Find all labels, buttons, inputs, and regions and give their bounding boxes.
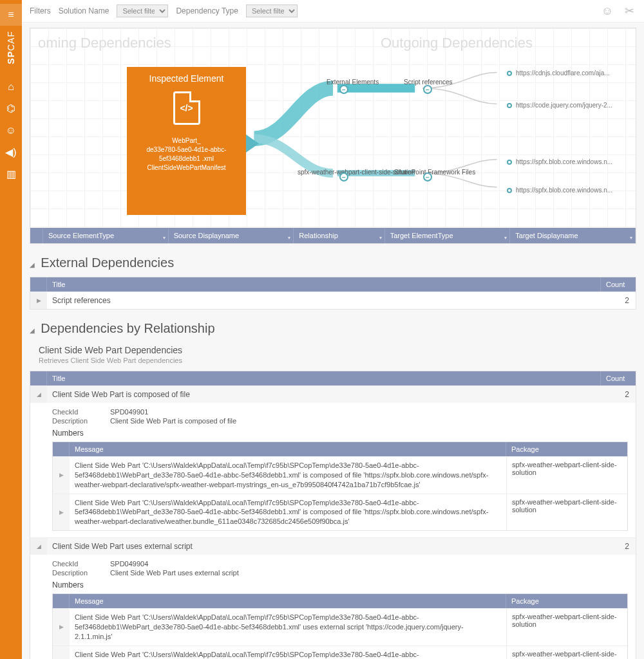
- leaf-dot[interactable]: [507, 103, 512, 108]
- col-target-display[interactable]: Target Displayname▾: [510, 228, 636, 243]
- flow-arrow-icon: [246, 135, 259, 153]
- group-title: Client Side Web Part uses external scrip…: [47, 538, 601, 555]
- leaf-dot[interactable]: [507, 160, 512, 165]
- subsection-title: Client Side Web Part Dependencies: [39, 345, 636, 355]
- inner-table-header: Message Package: [53, 442, 627, 456]
- nav-home-icon[interactable]: ⌂: [0, 76, 22, 98]
- nav-hierarchy-icon[interactable]: ⌬: [0, 98, 22, 120]
- table-row[interactable]: ▶ Script references 2: [30, 292, 636, 309]
- feedback-smile-icon[interactable]: ☺: [600, 4, 614, 18]
- row-package: spfx-weather-webpart-client-side-solutio…: [506, 646, 627, 659]
- settings-tools-icon[interactable]: ✂: [622, 4, 636, 18]
- dependency-type-select[interactable]: Select filter...: [246, 5, 298, 17]
- nav-announce-icon[interactable]: ◀): [0, 142, 22, 163]
- col-relationship[interactable]: Relationship▾: [294, 228, 384, 243]
- row-package: spfx-weather-webpart-client-side-solutio…: [506, 457, 627, 494]
- leaf-dot[interactable]: [507, 188, 512, 193]
- section-toggle[interactable]: ◢: [30, 327, 35, 334]
- col-spacer: [30, 228, 43, 243]
- group-detail: CheckIdSPD049904 DescriptionClient Side …: [30, 555, 636, 659]
- diagram-column-headers: Source ElementType▾ Source Displayname▾ …: [30, 228, 636, 243]
- label-checkid: CheckId: [52, 560, 110, 568]
- row-package: spfx-weather-webpart-client-side-solutio…: [506, 494, 627, 531]
- collapse-icon[interactable]: ◢: [30, 538, 47, 555]
- label-description: Description: [52, 417, 110, 425]
- collapse-icon[interactable]: ◢: [30, 386, 47, 403]
- product-logo: SPCAF: [6, 31, 16, 64]
- inspected-element-card[interactable]: Inspected Element WebPart_ de33e780-5ae0…: [127, 67, 246, 215]
- expand-icon[interactable]: ▶: [53, 609, 70, 645]
- inner-row[interactable]: ▶ Client Side Web Part 'C:\Users\Waldek\…: [53, 494, 627, 531]
- row-package: spfx-weather-webpart-client-side-solutio…: [506, 609, 627, 645]
- inner-row[interactable]: ▶ Client Side Web Part 'C:\Users\Waldek\…: [53, 608, 627, 645]
- numbers-heading: Numbers: [52, 429, 628, 438]
- value-checkid: SPD049901: [110, 408, 148, 416]
- leaf-blob2[interactable]: https://spfx.blob.core.windows.n...: [516, 187, 612, 194]
- leaf-jquery[interactable]: https://code.jquery.com/jquery-2...: [516, 102, 612, 109]
- node-sp-framework: SharePoint Framework Files: [394, 169, 475, 176]
- row-count: 2: [601, 292, 636, 309]
- expand-icon[interactable]: ▶: [53, 494, 70, 531]
- inspected-line3: ClientSideWebPartManifest: [132, 163, 241, 172]
- label-description: Description: [52, 569, 110, 577]
- code-file-icon: [173, 91, 200, 125]
- row-message: Client Side Web Part 'C:\Users\Waldek\Ap…: [70, 609, 506, 645]
- leaf-blob1[interactable]: https://spfx.blob.core.windows.n...: [516, 158, 612, 165]
- col-title[interactable]: Title: [47, 277, 601, 292]
- row-message: Client Side Web Part 'C:\Users\Waldek\Ap…: [70, 494, 506, 531]
- leaf-cdnjs[interactable]: https://cdnjs.cloudflare.com/aja...: [516, 70, 610, 77]
- section-toggle[interactable]: ◢: [30, 261, 35, 268]
- inner-row[interactable]: ▶ Client Side Web Part 'C:\Users\Waldek\…: [53, 645, 627, 659]
- nav-menu-icon[interactable]: ≡: [0, 4, 22, 26]
- table-header: Title Count: [30, 277, 636, 292]
- leaf-dot[interactable]: [507, 71, 512, 76]
- dependency-diagram: oming Dependencies Outgoing Dependencies…: [30, 28, 636, 244]
- section-title: External Dependencies: [41, 255, 174, 270]
- filters-label: Filters: [30, 6, 51, 15]
- col-source-display[interactable]: Source Displayname▾: [169, 228, 294, 243]
- dependencies-by-relationship-section: ◢ Dependencies by Relationship Client Si…: [30, 321, 636, 659]
- expand-icon[interactable]: ▶: [53, 646, 70, 659]
- node-script-references-toggle[interactable]: −: [423, 85, 432, 94]
- node-spfx-solution-toggle[interactable]: −: [339, 172, 348, 181]
- col-message[interactable]: Message: [70, 594, 506, 608]
- table-header: Title Count: [30, 371, 636, 385]
- group-count: 2: [601, 538, 636, 555]
- group-row[interactable]: ◢ Client Side Web Part is composed of fi…: [30, 385, 636, 403]
- col-count[interactable]: Count: [601, 371, 636, 385]
- node-external-elements: External Elements: [327, 79, 379, 86]
- group-detail: CheckIdSPD049901 DescriptionClient Side …: [30, 403, 636, 537]
- nav-grid-icon[interactable]: ▥: [0, 163, 22, 185]
- dependency-type-label: Dependency Type: [176, 6, 238, 15]
- nav-user-icon[interactable]: ☺: [0, 120, 22, 142]
- incoming-title: oming Dependencies: [38, 35, 171, 51]
- row-title: Script references: [47, 292, 601, 309]
- node-sp-framework-toggle[interactable]: −: [423, 172, 432, 181]
- inner-row[interactable]: ▶ Client Side Web Part 'C:\Users\Waldek\…: [53, 456, 627, 494]
- col-source-type[interactable]: Source ElementType▾: [43, 228, 169, 243]
- subsection-desc: Retrieves Client Side Web Part dependenc…: [39, 357, 636, 364]
- col-package[interactable]: Package: [506, 594, 627, 608]
- col-message[interactable]: Message: [70, 442, 506, 456]
- external-dependencies-section: ◢ External Dependencies Title Count ▶ Sc…: [30, 255, 636, 310]
- row-message: Client Side Web Part 'C:\Users\Waldek\Ap…: [70, 646, 506, 659]
- node-external-elements-toggle[interactable]: −: [339, 85, 348, 94]
- solution-name-select[interactable]: Select filter...: [117, 5, 168, 17]
- outgoing-title: Outgoing Dependencies: [381, 35, 533, 51]
- row-message: Client Side Web Part 'C:\Users\Waldek\Ap…: [70, 457, 506, 494]
- inspected-line1: WebPart_: [132, 136, 241, 145]
- col-package[interactable]: Package: [506, 442, 627, 456]
- col-count[interactable]: Count: [601, 277, 636, 292]
- expand-icon[interactable]: ▶: [53, 457, 70, 494]
- col-title[interactable]: Title: [47, 371, 601, 385]
- group-count: 2: [601, 386, 636, 403]
- inspected-line2: de33e780-5ae0-4d1e-abbc-5ef3468debb1 .xm…: [132, 145, 241, 163]
- section-title: Dependencies by Relationship: [41, 321, 214, 335]
- inner-table-header: Message Package: [53, 594, 627, 608]
- expand-icon[interactable]: ▶: [30, 292, 47, 309]
- value-description: Client Side Web Part uses external scrip…: [110, 569, 239, 577]
- filter-bar: Filters Solution Name Select filter... D…: [22, 0, 644, 23]
- col-target-type[interactable]: Target ElementType▾: [385, 228, 511, 243]
- group-row[interactable]: ◢ Client Side Web Part uses external scr…: [30, 537, 636, 555]
- inspected-title: Inspected Element: [132, 73, 241, 84]
